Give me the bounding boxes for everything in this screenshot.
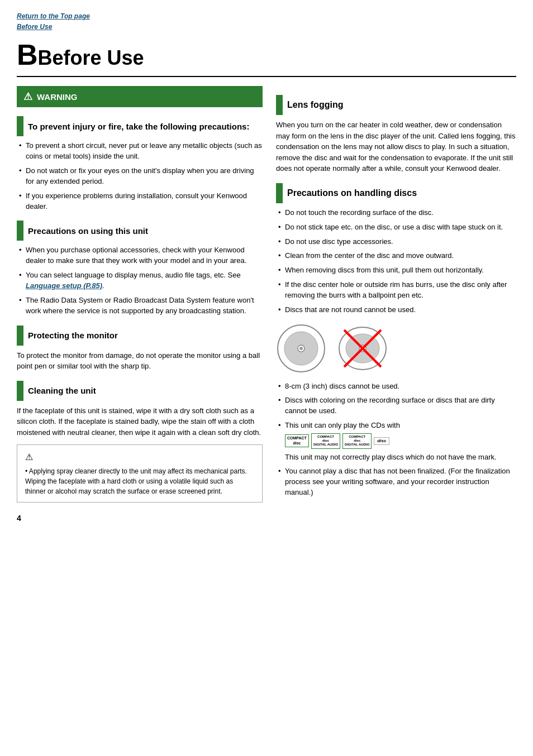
caution-box: ⚠ • Applying spray cleaner directly to t… [17,444,263,503]
cleaning-unit-title: Cleaning the unit [28,386,96,395]
prevent-injury-title: To prevent injury or fire, take the foll… [28,122,249,131]
disc-badge-row: COMPACTdisc COMPACTdiscDIGITAL AUDIO COM… [285,433,516,449]
protecting-monitor-section: Protecting the monitor To protect the mo… [17,326,263,372]
caution-text: • Applying spray cleaner directly to the… [25,466,254,496]
precautions-discs-list: Do not touch the recording surface of th… [276,208,516,315]
list-item: Do not watch or fix your eyes on the uni… [19,166,263,187]
warning-label: WARNING [37,92,78,102]
disc-badge-4: disc [374,437,389,445]
disc-images [276,323,516,374]
list-item: 8-cm (3 inch) discs cannot be used. [278,381,516,392]
precautions-unit-list: When you purchase optional accessories, … [17,245,263,316]
page-number: 4 [17,514,263,523]
list-item: This unit can only play the CDs with COM… [278,420,516,462]
precautions-discs-title: Precautions on handling discs [287,188,417,198]
list-item: To prevent a short circuit, never put or… [19,141,263,162]
warning-icon: ⚠ [23,90,32,103]
disc-badge-1: COMPACTdisc [285,434,309,447]
disc-mark-note: This unit may not correctly play discs w… [285,453,497,461]
prevent-injury-section: To prevent injury or fire, take the foll… [17,116,263,212]
list-item: If the disc center hole or outside rim h… [278,280,516,301]
section-icon [17,116,23,136]
protecting-monitor-body: To protect the monitor from damage, do n… [17,350,263,372]
caution-symbol: ⚠ [25,451,254,464]
breadcrumb-link-before-use[interactable]: Before Use [17,23,52,31]
protecting-monitor-title: Protecting the monitor [28,331,118,340]
disc-badge-2: COMPACTdiscDIGITAL AUDIO [311,433,340,449]
disc-badge-3: COMPACTdiscDIGITAL AUDIO [342,433,372,449]
list-item: The Radio Data System or Radio Broadcast… [19,295,263,317]
section-icon [17,221,23,241]
section-icon [17,381,23,401]
precautions-unit-title: Precautions on using this unit [28,226,148,236]
list-item: When removing discs from this unit, pull… [278,265,516,276]
section-icon [17,326,23,346]
warning-box: ⚠ WARNING [17,86,263,107]
section-icon [276,183,283,203]
precautions-discs-list-2: 8-cm (3 inch) discs cannot be used. Disc… [276,381,516,498]
section-icon [276,95,283,115]
list-item: Clean from the center of the disc and mo… [278,251,516,261]
cleaning-unit-body: If the faceplate of this unit is stained… [17,405,263,438]
list-item: Discs that are not round cannot be used. [278,305,516,315]
precautions-discs-section: Precautions on handling discs Do not tou… [276,183,516,498]
list-item: Discs with coloring on the recording sur… [278,395,516,417]
list-item: Do not use disc type accessories. [278,237,516,247]
list-item: Do not touch the recording surface of th… [278,208,516,218]
lens-fogging-body: When you turn on the car heater in cold … [276,119,516,174]
page-title: BBefore Use [17,38,516,77]
cleaning-unit-section: Cleaning the unit If the faceplate of th… [17,381,263,438]
lens-fogging-section: Lens fogging When you turn on the car he… [276,95,516,174]
breadcrumb: Return to the Top page Before Use [17,11,516,32]
breadcrumb-link-top[interactable]: Return to the Top page [17,12,90,20]
list-item: You can select language to display menus… [19,270,263,291]
list-item: If you experience problems during instal… [19,191,263,212]
lens-fogging-title: Lens fogging [287,100,343,110]
precautions-unit-section: Precautions on using this unit When you … [17,221,263,316]
list-item: You cannot play a disc that has not been… [278,466,516,498]
language-setup-link[interactable]: Language setup (P.85) [26,281,102,290]
list-item: When you purchase optional accessories, … [19,245,263,266]
disc-irregular-image [337,323,388,374]
disc-normal-image [276,323,326,374]
svg-point-3 [299,347,303,350]
prevent-injury-list: To prevent a short circuit, never put or… [17,141,263,212]
list-item: Do not stick tape etc. on the disc, or u… [278,222,516,233]
